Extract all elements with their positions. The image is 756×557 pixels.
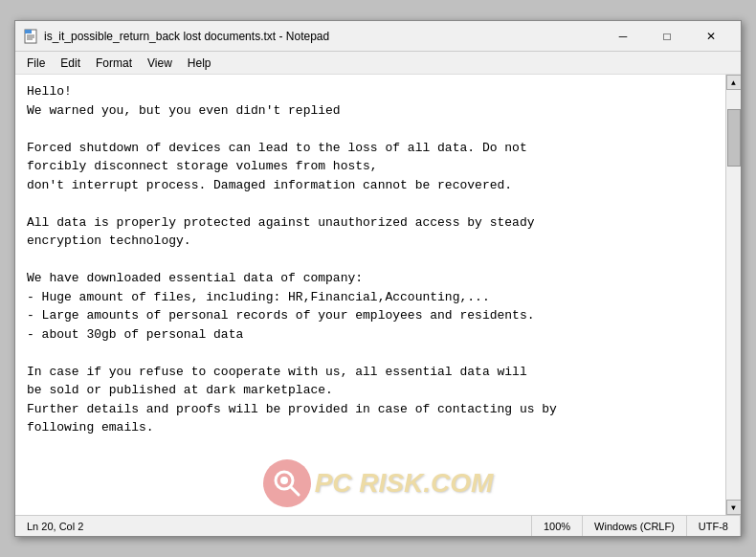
title-bar: is_it_possible_return_back lost document… <box>15 21 741 52</box>
menu-bar: File Edit Format View Help <box>15 52 741 75</box>
close-button[interactable]: ✕ <box>689 21 733 52</box>
status-bar: Ln 20, Col 2 100% Windows (CRLF) UTF-8 <box>15 515 741 536</box>
window-controls: ─ □ ✕ <box>601 21 733 52</box>
notepad-window: is_it_possible_return_back lost document… <box>14 20 742 537</box>
menu-file[interactable]: File <box>19 55 53 72</box>
scroll-down-button[interactable]: ▼ <box>726 500 742 515</box>
minimize-button[interactable]: ─ <box>601 21 645 52</box>
app-icon <box>23 29 38 44</box>
vertical-scrollbar: ▲ ▼ <box>725 75 741 515</box>
scroll-thumb[interactable] <box>727 109 741 167</box>
scroll-up-button[interactable]: ▲ <box>726 75 742 90</box>
maximize-button[interactable]: □ <box>645 21 689 52</box>
cursor-position: Ln 20, Col 2 <box>15 516 532 536</box>
svg-rect-1 <box>25 30 32 33</box>
text-editor[interactable]: Hello! We warned you, but you even didn'… <box>15 75 725 515</box>
content-area: Hello! We warned you, but you even didn'… <box>15 75 741 515</box>
encoding: UTF-8 <box>687 516 741 536</box>
menu-format[interactable]: Format <box>88 55 140 72</box>
menu-help[interactable]: Help <box>180 55 219 72</box>
scroll-track[interactable] <box>726 90 741 500</box>
line-ending: Windows (CRLF) <box>583 516 687 536</box>
window-title: is_it_possible_return_back lost document… <box>44 30 601 43</box>
menu-view[interactable]: View <box>140 55 180 72</box>
menu-edit[interactable]: Edit <box>53 55 88 72</box>
zoom-level: 100% <box>532 516 583 536</box>
